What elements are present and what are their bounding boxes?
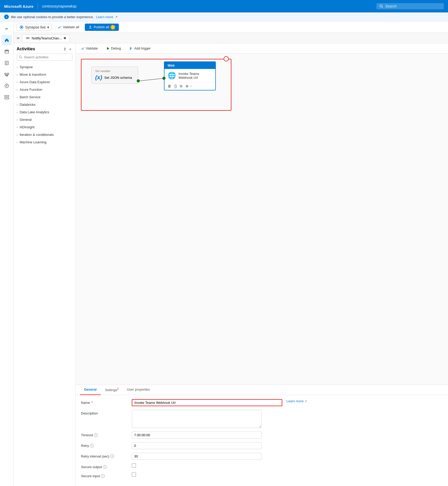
search-activities-box[interactable] (17, 54, 72, 61)
form-row-secure-output: Secure output i (81, 463, 443, 469)
chevron-right-icon: › (17, 103, 18, 106)
validate-all-btn[interactable]: Validate all (55, 24, 82, 30)
search-icon (380, 4, 383, 8)
search-bar[interactable]: Search (376, 3, 444, 9)
code-icon[interactable]: {} (174, 84, 177, 88)
collapse-btn[interactable]: ≫ (2, 24, 12, 34)
tab-modified-dot (64, 37, 66, 39)
timeout-info-icon[interactable]: i (94, 433, 98, 437)
bottom-panel: General Settings2 User properties (76, 385, 448, 486)
svg-point-20 (21, 26, 22, 28)
retry-label: Retry i (81, 442, 128, 448)
category-databricks[interactable]: › Databricks (13, 101, 75, 108)
sidebar-integrate-btn[interactable] (2, 69, 12, 80)
add-trigger-btn[interactable]: Add trigger (127, 45, 153, 51)
canvas-connector-svg (76, 54, 448, 385)
retry-interval-label: Retry interval (sec) i (81, 453, 128, 458)
node-web-footer: 🗑 {} ⧉ ⊕→ (164, 82, 215, 90)
sidebar-docs-btn[interactable] (2, 58, 12, 68)
category-hdinsight[interactable]: › HDInsight (13, 123, 75, 131)
trigger-icon (129, 47, 133, 50)
description-input[interactable] (132, 410, 261, 428)
pipeline-canvas: Validate Debug Add trigger (76, 43, 448, 486)
publish-badge: 1 (111, 25, 115, 30)
validate-check-icon (81, 47, 85, 50)
category-move-transform[interactable]: › Move & transform (13, 71, 75, 78)
canvas-area: Set variable (x) Set JSON schema Web (76, 54, 448, 385)
chevron-right-icon: › (17, 81, 18, 84)
chevron-down-icon: ▾ (47, 25, 49, 29)
chevron-right-icon: › (17, 88, 18, 91)
form-row-name: Name * Learn more ↗ (81, 399, 443, 406)
category-machine-learning[interactable]: › Machine Learning (13, 138, 75, 146)
secure-input-checkbox[interactable] (132, 473, 136, 477)
pipeline-tab[interactable]: NotifiyTeamsChan... (22, 34, 70, 42)
web-node[interactable]: Web 🌐 Invoke TeamsWebhook Url 🗑 {} ⧉ ⊕→ (164, 61, 216, 90)
chevron-right-icon: › (17, 73, 18, 76)
form-row-retry-interval: Retry interval (sec) i (81, 453, 443, 460)
secure-output-checkbox[interactable] (132, 463, 136, 468)
tab-user-properties[interactable]: User properties (123, 385, 154, 395)
secure-output-label: Secure output i (81, 463, 128, 469)
learn-more-link[interactable]: Learn more (96, 15, 113, 19)
tab-settings[interactable]: Settings2 (101, 385, 123, 395)
secure-output-info-icon[interactable]: i (103, 465, 107, 469)
sidebar-monitor-btn[interactable] (2, 81, 12, 91)
name-input[interactable] (134, 401, 280, 405)
debug-btn[interactable]: Debug (104, 45, 123, 51)
category-data-lake-analytics[interactable]: › Data Lake Analytics (13, 108, 75, 116)
form-row-timeout: Timeout i (81, 432, 443, 439)
search-placeholder: Search (385, 4, 397, 8)
retry-interval-info-icon[interactable]: i (110, 454, 114, 458)
activities-title: Activities (17, 47, 35, 51)
category-data-lake-label: Data Lake Analytics (20, 110, 49, 114)
form-row-description: Description (81, 410, 443, 428)
validate-btn[interactable]: Validate (79, 45, 100, 51)
link-icon[interactable]: ⊕→ (185, 84, 192, 88)
svg-rect-4 (5, 61, 8, 65)
category-synapse[interactable]: › Synapse (13, 63, 75, 71)
tab-collapse-btn[interactable]: ≫ (15, 35, 22, 41)
connector-line (140, 78, 164, 81)
synapse-live-btn[interactable]: Synapse live ▾ (17, 24, 52, 31)
svg-rect-17 (5, 95, 9, 97)
category-azure-function[interactable]: › Azure Function (13, 86, 75, 93)
node-set-variable-label: Set variable (95, 69, 134, 73)
svg-line-27 (21, 58, 22, 59)
category-general[interactable]: › General (13, 116, 75, 123)
name-field-container[interactable] (132, 399, 282, 406)
external-icon: ↗ (115, 15, 118, 19)
timeout-input[interactable] (132, 432, 261, 439)
category-azure-data-explorer[interactable]: › Azure Data Explorer (13, 78, 75, 86)
retry-info-icon[interactable]: i (90, 444, 94, 448)
cookie-text: We use optional cookies to provide a bet… (11, 15, 94, 19)
svg-point-15 (6, 85, 7, 86)
search-activities-input[interactable] (24, 55, 70, 59)
tab-general[interactable]: General (80, 385, 101, 395)
collapse-icon[interactable]: « (68, 46, 72, 52)
svg-rect-18 (5, 98, 9, 99)
synapse-icon (19, 25, 24, 29)
set-variable-node[interactable]: Set variable (x) Set JSON schema (91, 67, 138, 84)
publish-all-btn[interactable]: Publish all 1 (85, 24, 119, 31)
timeout-label: Timeout i (81, 432, 128, 437)
sidebar-home-btn[interactable] (2, 35, 12, 45)
selection-handle (224, 56, 229, 61)
retry-input[interactable] (132, 442, 261, 449)
chevron-right-icon: › (17, 118, 18, 121)
external-link-icon: ↗ (305, 400, 307, 403)
expand-icon[interactable]: ⊻ (63, 46, 67, 52)
sidebar-data-btn[interactable] (2, 46, 12, 57)
required-mark: * (92, 401, 93, 405)
form-row-retry: Retry i (81, 442, 443, 449)
retry-interval-input[interactable] (132, 453, 261, 460)
copy-icon[interactable]: ⧉ (180, 84, 182, 88)
category-iteration-conditionals[interactable]: › Iteration & conditionals (13, 131, 75, 138)
node-web-header: Web (164, 62, 215, 69)
sidebar-manage-btn[interactable] (2, 92, 12, 102)
category-batch-service[interactable]: › Batch Service (13, 93, 75, 101)
delete-icon[interactable]: 🗑 (168, 84, 171, 88)
secure-input-info-icon[interactable]: i (101, 474, 105, 478)
learn-more-link[interactable]: Learn more ↗ (286, 399, 307, 403)
divider (38, 3, 38, 9)
